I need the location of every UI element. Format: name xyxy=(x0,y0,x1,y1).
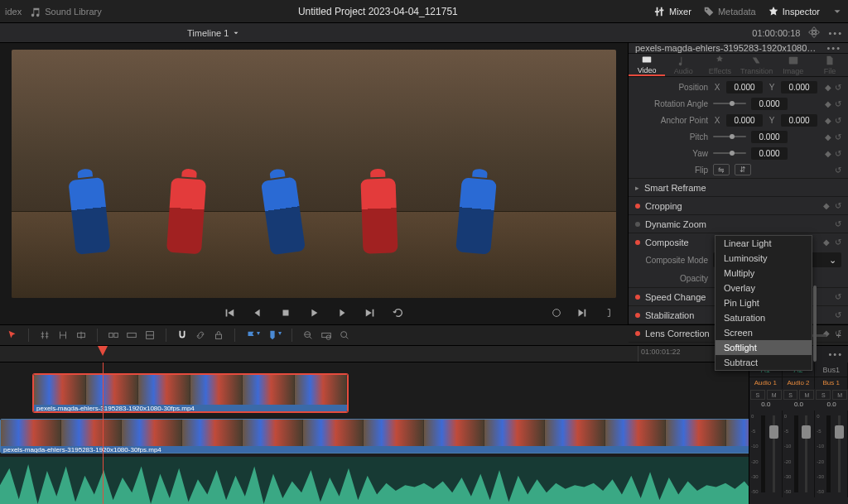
timecode-display[interactable]: 01:00:00:18 xyxy=(752,28,800,38)
reset-button[interactable]: ↺ xyxy=(835,166,841,175)
rotation-input[interactable]: 0.000 xyxy=(751,98,788,110)
dropdown-scrollbar[interactable] xyxy=(813,286,817,362)
yaw-input[interactable]: 0.000 xyxy=(751,147,788,160)
metadata-toggle[interactable]: Metadata xyxy=(703,6,756,17)
enable-dot[interactable] xyxy=(635,204,640,209)
play-button[interactable] xyxy=(306,305,322,321)
snap-toggle[interactable] xyxy=(176,329,188,341)
link-toggle[interactable] xyxy=(195,329,206,341)
solo-a1[interactable]: S xyxy=(750,390,765,400)
fader-knob-a1[interactable] xyxy=(769,425,778,439)
index-toggle[interactable]: idex xyxy=(5,7,22,17)
jump-first-button[interactable] xyxy=(221,305,238,321)
reset-button[interactable]: ↺ xyxy=(835,116,841,125)
enable-dot[interactable] xyxy=(635,222,640,227)
mute-a2[interactable]: M xyxy=(799,390,814,400)
mixer-toggle[interactable]: Mixer xyxy=(654,6,691,17)
inspector-toggle[interactable]: Inspector xyxy=(768,6,820,17)
timeline-tab[interactable]: Timeline 1 xyxy=(187,28,240,38)
flip-h-button[interactable]: ⇋ xyxy=(713,164,730,175)
composite-opt-softlight[interactable]: Softlight xyxy=(716,340,812,355)
mute-a1[interactable]: M xyxy=(767,390,782,400)
marker-button[interactable]: ▾ xyxy=(267,329,282,341)
composite-opt-screen[interactable]: Screen xyxy=(716,325,812,340)
inspector-tab-video[interactable]: Video xyxy=(629,54,665,76)
fader-knob-a2[interactable] xyxy=(802,425,811,439)
sound-library-toggle[interactable]: Sound Library xyxy=(30,6,102,17)
kf-add[interactable]: ◆ xyxy=(825,99,831,108)
enable-dot[interactable] xyxy=(635,240,640,245)
blade-tool[interactable] xyxy=(75,329,87,341)
pitch-slider[interactable] xyxy=(713,136,746,137)
composite-opt-luminosity[interactable]: Luminosity xyxy=(716,251,812,266)
section-cropping[interactable]: Cropping ◆↺ xyxy=(629,196,848,214)
yaw-slider[interactable] xyxy=(713,152,746,154)
position-y-input[interactable]: 0.000 xyxy=(781,81,817,94)
inspector-tab-transition[interactable]: Transition xyxy=(739,54,775,76)
reset-button[interactable]: ↺ xyxy=(835,99,841,108)
mixer-bus-bus1[interactable]: Bus1 xyxy=(815,362,848,377)
enable-dot[interactable] xyxy=(635,295,640,300)
kf-add[interactable]: ◆ xyxy=(825,116,831,125)
inspector-tab-image[interactable]: Image xyxy=(775,54,812,76)
preview-viewport[interactable] xyxy=(12,50,616,298)
enable-dot[interactable] xyxy=(635,331,640,336)
solo-a2[interactable]: S xyxy=(783,390,798,400)
stop-button[interactable] xyxy=(277,305,294,321)
expand-toggle[interactable] xyxy=(831,6,843,17)
viewer-options-button[interactable]: ••• xyxy=(828,28,843,38)
reset-button[interactable]: ↺ xyxy=(835,132,841,142)
step-fwd-button[interactable] xyxy=(334,305,350,321)
composite-opt-overlay[interactable]: Overlay xyxy=(716,281,812,295)
inspector-tab-audio[interactable]: Audio xyxy=(665,54,701,76)
section-dynamic-zoom[interactable]: Dynamic Zoom ↺ xyxy=(629,214,848,233)
inspector-tab-file[interactable]: File xyxy=(812,54,848,76)
composite-opt-linear-light[interactable]: Linear Light xyxy=(716,236,812,251)
anchor-x-input[interactable]: 0.000 xyxy=(726,114,763,127)
clip-v1[interactable]: pexels-magda-ehlers-3195283-1920x1080-30… xyxy=(0,419,848,454)
next-clip-button[interactable] xyxy=(573,305,590,321)
insert-button[interactable] xyxy=(108,329,119,341)
zoom-fit-button[interactable] xyxy=(302,329,314,341)
composite-opt-saturation[interactable]: Saturation xyxy=(716,310,812,325)
section-smart-reframe[interactable]: ▸ Smart Reframe xyxy=(629,178,848,196)
inspector-tab-effects[interactable]: Effects xyxy=(701,54,738,76)
reset-button[interactable]: ↺ xyxy=(835,83,841,92)
flip-v-button[interactable]: ⇵ xyxy=(735,164,751,175)
audio-clip-a1[interactable] xyxy=(0,457,848,504)
composite-opt-pin-light[interactable]: Pin Light xyxy=(716,295,812,310)
flag-button[interactable]: ▾ xyxy=(245,329,260,341)
composite-opt-subtract[interactable]: Subtract xyxy=(716,355,812,370)
zoom-custom-button[interactable] xyxy=(339,329,350,341)
dynamic-trim-tool[interactable] xyxy=(57,329,69,341)
pitch-input[interactable]: 0.000 xyxy=(751,131,788,143)
loop-button[interactable] xyxy=(390,305,407,321)
kf-add[interactable]: ◆ xyxy=(825,132,831,142)
bypass-fx-button[interactable] xyxy=(808,26,820,40)
solo-bus1[interactable]: S xyxy=(816,390,831,400)
overwrite-button[interactable] xyxy=(126,329,137,341)
mark-out-button[interactable] xyxy=(598,305,614,321)
composite-opt-multiply[interactable]: Multiply xyxy=(716,266,812,281)
inspector-more-button[interactable]: ••• xyxy=(826,43,841,53)
playhead[interactable] xyxy=(98,346,108,356)
anchor-y-input[interactable]: 0.000 xyxy=(781,114,817,127)
match-frame-button[interactable] xyxy=(548,305,565,321)
clip-v2[interactable]: pexels-magda-ehlers-3195283-1920x1080-30… xyxy=(33,374,348,412)
step-back-button[interactable] xyxy=(249,305,266,321)
kf-add[interactable]: ◆ xyxy=(825,149,831,158)
enable-dot[interactable] xyxy=(635,313,640,318)
trim-tool[interactable] xyxy=(39,329,51,341)
mixer-more-button[interactable]: ••• xyxy=(828,349,843,359)
lock-toggle[interactable] xyxy=(213,329,224,341)
selection-tool[interactable] xyxy=(7,329,18,341)
mute-bus1[interactable]: M xyxy=(832,390,847,400)
jump-last-button[interactable] xyxy=(362,305,378,321)
rotation-slider[interactable] xyxy=(713,103,746,104)
kf-add[interactable]: ◆ xyxy=(825,83,831,92)
position-x-input[interactable]: 0.000 xyxy=(726,81,763,94)
reset-button[interactable]: ↺ xyxy=(835,149,841,158)
zoom-detail-button[interactable] xyxy=(320,329,332,341)
fader-knob-bus1[interactable] xyxy=(835,425,844,439)
replace-button[interactable] xyxy=(144,329,156,341)
